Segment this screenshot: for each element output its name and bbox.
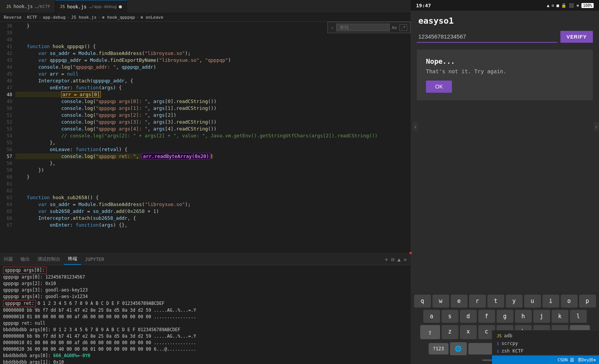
dialog-title: Nope... [426,57,584,65]
verify-button[interactable]: VERIFY [560,31,593,43]
add-terminal-icon[interactable]: + [385,256,388,263]
tab-hookjs-appdebug[interactable]: JS hook.js …/app-debug [55,0,127,13]
kb-g[interactable]: g [497,310,513,323]
code-line-39 [15,30,18,35]
status-extra: 墨Dey拼⊕ [578,357,596,363]
input-row: VERIFY [417,31,593,43]
code-line-59: }) [15,167,44,173]
kb-h[interactable]: h [515,310,532,323]
term-highlight-2: qpppqp ret: [3,300,36,307]
terminal-line-9: qpppqp ret: null [3,320,408,327]
kb-i[interactable]: i [542,295,559,308]
kb-globe[interactable]: 🌐 [450,342,467,355]
right-chevron[interactable]: › [594,122,599,131]
code-line-49: console.log("qpppqp args[0]: ", args[0].… [15,98,217,104]
kb-l[interactable]: l [570,310,587,323]
time-display: 19:47 [416,3,431,8]
kb-q[interactable]: q [414,295,431,308]
tab1-path: …/KCTF [35,4,50,9]
kb-f[interactable]: f [478,310,495,323]
file-item-scrcpy[interactable]: $ scrcpy [492,340,599,347]
tab1-label: hook.js [13,4,33,9]
kb-numsym[interactable]: ?123 [429,343,448,354]
status-csdn: CSDN 题 [557,357,574,363]
kb-y[interactable]: y [506,295,523,308]
aa-icon[interactable]: Aa [392,25,397,30]
terminal-line-5: qpppqp args[4]: goodl-aes-iv1234 [3,293,408,300]
term-highlight-1: qpppqp args[0]: [3,267,47,274]
file-icon-scrcpy: $ [497,341,499,346]
kb-r[interactable]: r [469,295,486,308]
status-icons: ▲ ⊙ ■ 🔒 ⬛ ⊕ 100% [547,3,594,8]
signal-icon: ▲ [547,3,549,8]
split-terminal-icon[interactable]: ⊟ [391,256,394,263]
kb-s[interactable]: s [442,310,458,323]
kb-k[interactable]: k [552,310,568,323]
code-line-47: onEnter: function(args) { [15,85,122,90]
bottom-status-right: CSDN 题 墨Dey拼⊕ [492,356,599,364]
file-label-adb: adb [504,333,512,338]
bc-js: JS hook.js [71,15,96,20]
main-layout: JS hook.js …/KCTF JS hook.js …/app-debug… [0,0,599,364]
modified-dot [119,5,122,8]
status-bar: 19:47 ▲ ⊙ ■ 🔒 ⬛ ⊕ 100% [411,0,599,11]
battery-icon: ⬛ [569,3,574,8]
file-item-zsh[interactable]: $ zsh KCTF [492,347,599,355]
breadcrumb: Reverse › KCTF › app-debug › JS hook.js … [0,13,411,22]
code-line-51: console.log("qpppqp args[2]: ", args[2]) [15,112,176,118]
battery-label: 100% [581,3,594,8]
terminal-line-4: qpppqp args[3]: goodl-aes-key123 [3,287,408,293]
indicator-dot [410,252,412,254]
tab-output[interactable]: 输出 [17,254,34,265]
terminal-line-3: qpppqp args[2]: 0x10 [3,280,408,287]
tab-jupyter[interactable]: JUPYTER [81,254,108,265]
terminal-tabs: 问题 输出 调试控制台 终端 JUPYTER + ⊟ ▲ ✕ [0,254,411,265]
kb-u[interactable]: u [524,295,541,308]
dialog-overlay: Nope... That's not it. Try again. OK [417,50,593,100]
code-line-62 [15,188,18,193]
code-line-60: } [15,174,30,180]
dialog-ok-button[interactable]: OK [426,81,452,93]
tab-terminal[interactable]: 终端 [64,254,81,265]
left-chevron[interactable]: ‹ [413,122,418,131]
kb-x[interactable]: x [460,325,477,339]
file-icon-zsh: $ [497,349,499,354]
tab-debug-console[interactable]: 调试控制台 [34,254,64,265]
terminal-line-7: 00000000 bb 9b f7 dd b7 41 47 e2 8e 25 8… [3,307,408,314]
kb-o[interactable]: o [561,295,578,308]
code-line-41: function hook_qpppqp() { [15,43,96,49]
search-input[interactable] [336,24,390,31]
regex-icon[interactable]: .* [399,24,407,31]
close-terminal-icon[interactable]: ✕ [404,256,407,263]
code-line-55: }, [15,140,55,145]
kb-z[interactable]: z [442,325,458,339]
file-icon-adb: JS [497,333,502,338]
app-input[interactable] [417,31,557,43]
terminal-line-2: qpppqp args[0]: 123456781234567 [3,274,408,280]
kb-a[interactable]: a [423,310,440,323]
tab-hookjs-kctf[interactable]: JS hook.js …/KCTF [2,0,55,13]
terminal-line-15: bbddbbdbb args[1]: 0x10 [3,359,408,364]
kb-t[interactable]: t [487,295,504,308]
code-line-66: Interceptor.attach(sub2658_addr, { [15,215,136,221]
kb-d[interactable]: d [460,310,477,323]
terminal-line-10: bbddbbdbb args[0]: 0 1 2 3 4 5 6 7 8 9 A… [3,327,408,333]
file-item-adb[interactable]: JS adb [492,332,599,340]
tab-problem[interactable]: 问题 [0,254,17,265]
file-label-scrcpy: scrcpy [502,341,518,346]
kb-w[interactable]: w [432,295,449,308]
code-line-57: console.log("qpppqp ret: ", arr.readByte… [15,153,213,159]
code-line-64: var so_addr = Module.findBaseAddress("li… [15,201,191,207]
kb-e[interactable]: e [451,295,468,308]
maximize-terminal-icon[interactable]: ▲ [397,256,400,263]
terminal-line-1: qpppqp args[0]: [3,267,408,274]
kb-j[interactable]: j [533,310,550,323]
code-line-44: console.log("qpppqp_addr: ", qpppqp_addr… [15,64,156,70]
bc-appdebug: app-debug [43,15,66,20]
dialog-box: Nope... That's not it. Try again. OK [417,50,593,100]
kb-p[interactable]: p [579,295,596,308]
code-line-53: console.log("qpppqp args[4]: ", args[4].… [15,126,217,132]
kb-shift[interactable]: ⇧ [420,325,440,339]
js-icon-1: JS [6,4,11,9]
app-content: easyso1 VERIFY Nope... That's not it. Tr… [411,11,599,364]
